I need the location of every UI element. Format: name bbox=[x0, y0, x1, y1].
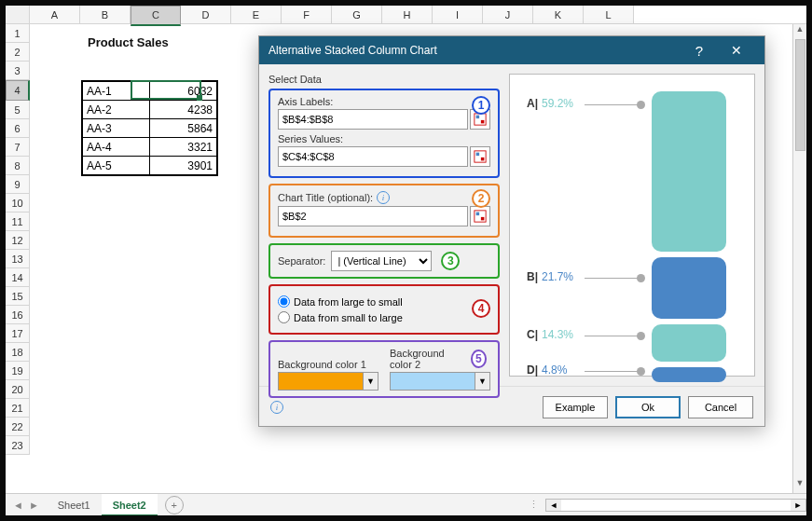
chart-bar bbox=[652, 324, 726, 362]
step-badge-2: 2 bbox=[472, 189, 490, 208]
range-picker-icon[interactable] bbox=[470, 206, 490, 226]
col-header[interactable]: E bbox=[231, 6, 282, 23]
spreadsheet-app: ABCDEFGHIJKL 123456789101112131415161718… bbox=[6, 6, 806, 515]
ok-button[interactable]: Ok bbox=[615, 396, 681, 418]
table-cell[interactable]: AA-2 bbox=[83, 101, 150, 119]
row-header[interactable]: 20 bbox=[6, 380, 30, 399]
table-cell[interactable]: AA-4 bbox=[83, 138, 150, 157]
select-all-corner[interactable] bbox=[6, 6, 30, 23]
step-badge-5: 5 bbox=[471, 350, 487, 368]
row-header[interactable]: 4 bbox=[6, 80, 30, 101]
col-header[interactable]: B bbox=[80, 6, 131, 23]
chart-label: D| bbox=[517, 363, 538, 377]
row-header[interactable]: 2 bbox=[6, 43, 30, 62]
svg-rect-4 bbox=[476, 153, 480, 157]
separator-select[interactable]: | (Vertical Line) bbox=[331, 251, 432, 271]
row-header[interactable]: 1 bbox=[6, 24, 30, 43]
row-header[interactable]: 13 bbox=[6, 250, 30, 268]
bg1-label: Background color 1 bbox=[278, 359, 378, 370]
row-header[interactable]: 21 bbox=[6, 399, 30, 418]
row-header[interactable]: 19 bbox=[6, 362, 30, 380]
add-sheet-button[interactable]: + bbox=[165, 496, 184, 514]
col-header[interactable]: L bbox=[584, 6, 634, 23]
cancel-button[interactable]: Cancel bbox=[688, 396, 753, 418]
row-header[interactable]: 23 bbox=[6, 436, 30, 455]
col-header[interactable]: D bbox=[181, 6, 231, 23]
row-header[interactable]: 18 bbox=[6, 343, 30, 362]
col-header[interactable]: H bbox=[382, 6, 433, 23]
row-header[interactable]: 17 bbox=[6, 324, 30, 343]
bg1-swatch[interactable]: ▼ bbox=[278, 372, 378, 391]
chart-bar bbox=[652, 367, 726, 382]
series-values-input[interactable] bbox=[278, 146, 468, 167]
close-icon[interactable]: ✕ bbox=[718, 43, 755, 58]
row-header[interactable]: 22 bbox=[6, 418, 30, 436]
chart-dialog: Alternative Stacked Column Chart ? ✕ Sel… bbox=[258, 35, 765, 427]
group-chart-title: 2 Chart Title (optional): i bbox=[268, 184, 500, 238]
row-header[interactable]: 16 bbox=[6, 306, 30, 324]
chart-title-input[interactable] bbox=[278, 206, 468, 226]
col-header[interactable]: G bbox=[332, 6, 382, 23]
chevron-down-icon: ▼ bbox=[363, 373, 378, 390]
table-cell[interactable]: 5864 bbox=[150, 119, 217, 138]
row-header[interactable]: 11 bbox=[6, 213, 30, 231]
chart-label: A| bbox=[517, 97, 538, 110]
row-header[interactable]: 14 bbox=[6, 268, 30, 287]
tab-sheet2[interactable]: Sheet2 bbox=[102, 494, 158, 516]
chart-preview: A|59.2%B|21.7%C|14.3%D|4.8% bbox=[509, 74, 755, 377]
series-values-label: Series Values: bbox=[278, 133, 490, 144]
help-button[interactable]: ? bbox=[681, 43, 718, 59]
dialog-titlebar[interactable]: Alternative Stacked Column Chart ? ✕ bbox=[259, 36, 764, 64]
scroll-up-icon[interactable]: ▲ bbox=[796, 24, 805, 39]
chart-label: B| bbox=[517, 270, 538, 283]
info-icon[interactable]: i bbox=[270, 401, 283, 414]
scroll-thumb[interactable] bbox=[795, 39, 805, 151]
group-background-colors: Background color 1 ▼ Background color 25… bbox=[268, 340, 500, 398]
row-header[interactable]: 5 bbox=[6, 101, 30, 119]
table-cell[interactable]: 3321 bbox=[150, 138, 217, 157]
tab-nav-arrows[interactable]: ◄► bbox=[6, 500, 47, 511]
col-header[interactable]: J bbox=[483, 6, 533, 23]
example-button[interactable]: Example bbox=[543, 396, 608, 418]
chart-bar bbox=[652, 91, 726, 252]
step-badge-1: 1 bbox=[472, 96, 490, 115]
row-header[interactable]: 8 bbox=[6, 157, 30, 175]
col-header[interactable]: C bbox=[131, 6, 181, 26]
row-header[interactable]: 10 bbox=[6, 194, 30, 213]
col-header[interactable]: K bbox=[533, 6, 584, 23]
scroll-down-icon[interactable]: ▼ bbox=[796, 478, 805, 493]
tab-split-handle[interactable]: ⋮ bbox=[523, 499, 545, 511]
col-header[interactable]: I bbox=[433, 6, 483, 23]
step-badge-4: 4 bbox=[472, 299, 490, 318]
table-cell[interactable]: 3901 bbox=[150, 157, 217, 175]
radio-large-to-small[interactable]: Data from large to small bbox=[278, 295, 490, 308]
table-cell[interactable]: AA-1 bbox=[83, 82, 150, 101]
chart-title-label: Chart Title (optional): i bbox=[278, 191, 490, 204]
table-cell[interactable]: AA-5 bbox=[83, 157, 150, 175]
row-headers: 1234567891011121314151617181920212223 bbox=[6, 24, 30, 455]
horizontal-scrollbar[interactable]: ◄► bbox=[545, 499, 806, 512]
row-header[interactable]: 15 bbox=[6, 287, 30, 306]
chevron-down-icon: ▼ bbox=[475, 373, 489, 390]
row-header[interactable]: 7 bbox=[6, 138, 30, 157]
svg-rect-1 bbox=[476, 116, 480, 119]
info-icon[interactable]: i bbox=[377, 191, 390, 204]
row-header[interactable]: 9 bbox=[6, 175, 30, 194]
vertical-scrollbar[interactable]: ▲ ▼ bbox=[792, 24, 806, 493]
table-cell[interactable]: AA-3 bbox=[83, 119, 150, 138]
col-header[interactable]: A bbox=[30, 6, 80, 23]
radio-small-to-large[interactable]: Data from small to large bbox=[278, 311, 490, 323]
bg2-swatch[interactable]: ▼ bbox=[390, 372, 490, 391]
dialog-title: Alternative Stacked Column Chart bbox=[268, 44, 681, 57]
chart-bar bbox=[652, 257, 726, 319]
table-cell[interactable]: 6032 bbox=[150, 82, 217, 101]
range-picker-icon[interactable] bbox=[470, 146, 490, 167]
sheet-tabs-bar: ◄► Sheet1 Sheet2 + ⋮ ◄► bbox=[6, 493, 806, 515]
tab-sheet1[interactable]: Sheet1 bbox=[47, 494, 102, 516]
row-header[interactable]: 12 bbox=[6, 231, 30, 250]
row-header[interactable]: 3 bbox=[6, 62, 30, 80]
row-header[interactable]: 6 bbox=[6, 119, 30, 138]
axis-labels-input[interactable] bbox=[278, 109, 468, 130]
table-cell[interactable]: 4238 bbox=[150, 101, 217, 119]
col-header[interactable]: F bbox=[282, 6, 332, 23]
